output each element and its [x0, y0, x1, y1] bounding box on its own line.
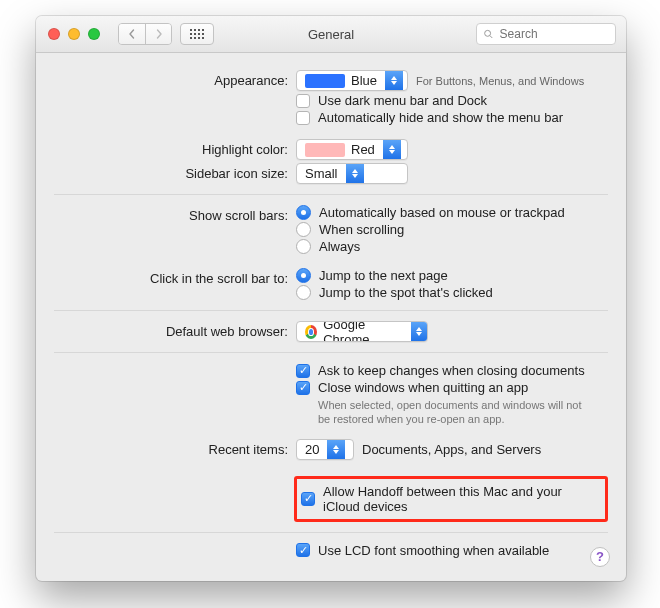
recent-caption: Documents, Apps, and Servers — [362, 442, 541, 457]
dark-menu-checkbox[interactable]: Use dark menu bar and Dock — [296, 93, 608, 108]
divider — [54, 194, 608, 195]
radio-checked-icon — [296, 268, 311, 283]
sidebar-select[interactable]: Small — [296, 163, 408, 184]
chrome-icon — [305, 325, 317, 339]
search-input[interactable] — [498, 26, 609, 42]
zoom-icon[interactable] — [88, 28, 100, 40]
dropdown-arrows-icon — [346, 164, 364, 183]
recent-select[interactable]: 20 — [296, 439, 354, 460]
click-next-radio[interactable]: Jump to the next page — [296, 268, 608, 283]
appearance-label: Appearance: — [54, 70, 296, 88]
recent-label: Recent items: — [54, 439, 296, 457]
appearance-caption: For Buttons, Menus, and Windows — [416, 75, 584, 87]
pane-body: Appearance: Blue For Buttons, Menus, and… — [36, 53, 626, 581]
highlight-value: Red — [351, 142, 375, 157]
search-icon — [483, 28, 494, 40]
dropdown-arrows-icon — [385, 71, 403, 90]
dropdown-arrows-icon — [411, 322, 427, 341]
help-button[interactable]: ? — [590, 547, 610, 567]
checkbox-checked-icon — [296, 543, 310, 557]
radio-unchecked-icon — [296, 239, 311, 254]
nav-back-forward — [118, 23, 172, 45]
radio-unchecked-icon — [296, 222, 311, 237]
minimize-icon[interactable] — [68, 28, 80, 40]
svg-point-0 — [485, 30, 491, 36]
scrollbars-label: Show scroll bars: — [54, 205, 296, 223]
checkbox-checked-icon — [296, 381, 310, 395]
sidebar-label: Sidebar icon size: — [54, 163, 296, 181]
appearance-value: Blue — [351, 73, 377, 88]
radio-checked-icon — [296, 205, 311, 220]
recent-value: 20 — [305, 442, 319, 457]
scroll-when-radio[interactable]: When scrolling — [296, 222, 608, 237]
browser-select[interactable]: Google Chrome — [296, 321, 428, 342]
sidebar-value: Small — [305, 166, 338, 181]
divider — [54, 310, 608, 311]
autohide-menu-checkbox[interactable]: Automatically hide and show the menu bar — [296, 110, 608, 125]
back-button[interactable] — [119, 24, 145, 44]
svg-line-1 — [490, 36, 492, 38]
highlight-select[interactable]: Red — [296, 139, 408, 160]
dropdown-arrows-icon — [383, 140, 401, 159]
close-windows-note: When selected, open documents and window… — [296, 399, 586, 427]
grid-icon — [190, 29, 204, 39]
divider — [54, 352, 608, 353]
scroll-always-radio[interactable]: Always — [296, 239, 608, 254]
checkbox-unchecked-icon — [296, 94, 310, 108]
divider — [54, 532, 608, 533]
lcd-smoothing-checkbox[interactable]: Use LCD font smoothing when available — [296, 543, 608, 558]
close-windows-checkbox[interactable]: Close windows when quitting an app — [296, 380, 608, 395]
checkbox-unchecked-icon — [296, 111, 310, 125]
red-swatch-icon — [305, 143, 345, 157]
checkbox-checked-icon — [301, 492, 315, 506]
preferences-window: General Appearance: Blue For Buttons, Me… — [36, 16, 626, 581]
search-field[interactable] — [476, 23, 616, 45]
blue-swatch-icon — [305, 74, 345, 88]
radio-unchecked-icon — [296, 285, 311, 300]
checkbox-checked-icon — [296, 364, 310, 378]
handoff-checkbox[interactable]: Allow Handoff between this Mac and your … — [297, 484, 597, 514]
traffic-lights — [48, 28, 100, 40]
titlebar: General — [36, 16, 626, 53]
close-icon[interactable] — [48, 28, 60, 40]
forward-button[interactable] — [145, 24, 171, 44]
clickin-label: Click in the scroll bar to: — [54, 268, 296, 286]
highlight-label: Highlight color: — [54, 139, 296, 157]
show-all-button[interactable] — [180, 23, 214, 45]
appearance-select[interactable]: Blue — [296, 70, 408, 91]
dropdown-arrows-icon — [327, 440, 345, 459]
click-spot-radio[interactable]: Jump to the spot that's clicked — [296, 285, 608, 300]
browser-label: Default web browser: — [54, 321, 296, 339]
handoff-highlight: Allow Handoff between this Mac and your … — [294, 476, 608, 522]
ask-keep-checkbox[interactable]: Ask to keep changes when closing documen… — [296, 363, 608, 378]
scroll-auto-radio[interactable]: Automatically based on mouse or trackpad — [296, 205, 608, 220]
browser-value: Google Chrome — [323, 321, 403, 342]
